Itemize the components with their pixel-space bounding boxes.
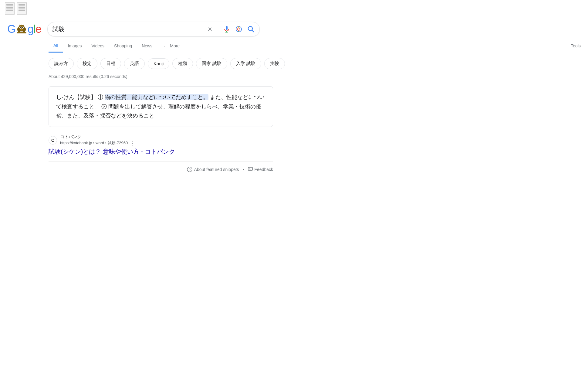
svg-text:?: ? (189, 168, 191, 172)
chip-eigo[interactable]: 英語 (124, 58, 145, 69)
svg-rect-10 (17, 32, 26, 33)
logo-letter-l: l (33, 23, 35, 36)
svg-rect-25 (249, 168, 250, 169)
result-source-info: コトバンク https://kotobank.jp › word › 試験-72… (60, 134, 135, 146)
result-more-button[interactable]: ⋮ (130, 140, 135, 146)
tab-all[interactable]: All (49, 39, 63, 53)
voice-search-button[interactable] (223, 26, 230, 33)
about-snippets-button[interactable]: ? About featured snippets (187, 167, 239, 172)
svg-point-4 (22, 27, 23, 28)
snippet-footer: ? About featured snippets • Feedback (49, 162, 273, 172)
svg-rect-11 (20, 32, 23, 32)
lens-button[interactable] (235, 26, 242, 33)
search-bar[interactable]: 試験 (47, 22, 260, 36)
result-source-row: C コトバンク https://kotobank.jp › word › 試験-… (49, 134, 273, 146)
google-logo[interactable]: G (7, 23, 41, 36)
svg-point-17 (238, 28, 240, 30)
search-icons (207, 26, 255, 33)
feedback-label: Feedback (255, 167, 273, 172)
chip-kanji[interactable]: Kanji (148, 58, 169, 69)
feedback-icon (248, 167, 253, 172)
logo-letter-g2: g (28, 23, 33, 36)
logo-letter-e: e (35, 23, 41, 36)
tab-more[interactable]: ⋮ More (157, 39, 184, 53)
clear-button[interactable] (207, 26, 213, 32)
featured-snippet: し‐けん【試験】 ① 物の性質、能力などについてためすこと。 また、性能などにつ… (49, 86, 273, 127)
tab-images[interactable]: Images (63, 40, 87, 52)
snippet-text-before: し‐けん【試験】 ① (56, 94, 105, 100)
result-entry: C コトバンク https://kotobank.jp › word › 試験-… (49, 134, 273, 155)
result-url-row: https://kotobank.jp › word › 試験-72960 ⋮ (60, 140, 135, 146)
logo-letter-g: G (7, 23, 15, 36)
svg-rect-26 (249, 169, 251, 169)
search-submit-button[interactable] (247, 26, 255, 33)
footer-dot: • (243, 167, 244, 172)
search-input[interactable]: 試験 (52, 25, 203, 33)
question-circle-icon: ? (187, 167, 192, 172)
chip-yomikata[interactable]: 読み方 (49, 58, 74, 69)
about-snippets-label: About featured snippets (194, 167, 239, 172)
svg-point-3 (20, 27, 21, 28)
tab-news[interactable]: News (137, 40, 157, 52)
tab-videos[interactable]: Videos (86, 40, 109, 52)
search-divider (218, 26, 218, 33)
results-count: About 429,000,000 results (0.26 seconds) (49, 74, 539, 79)
decorative-doc-2 (17, 2, 27, 15)
result-url: https://kotobank.jp › word › 試験-72960 (60, 140, 128, 146)
logo-decoration (16, 24, 27, 35)
chip-kentei[interactable]: 検定 (77, 58, 97, 69)
feedback-button[interactable]: Feedback (248, 167, 273, 172)
svg-line-21 (252, 30, 254, 32)
chip-kokka[interactable]: 国家 試験 (196, 58, 227, 69)
snippet-highlighted-text: 物の性質、能力などについてためすこと。 (105, 94, 208, 100)
chip-nyugaku[interactable]: 入学 試験 (230, 58, 261, 69)
result-site-name: コトバンク (60, 134, 135, 140)
header: G (0, 17, 588, 36)
decorative-doc-1 (5, 2, 15, 15)
chip-jikken[interactable]: 実験 (264, 58, 285, 69)
tab-shopping[interactable]: Shopping (109, 40, 137, 52)
chip-nittei[interactable]: 日程 (100, 58, 121, 69)
search-nav: All Images Videos Shopping News ⋮ More T… (0, 39, 588, 53)
tab-tools[interactable]: Tools (566, 40, 588, 52)
result-title[interactable]: 試験(シケン)とは？ 意味や使い方 - コトバンク (49, 148, 175, 155)
more-dots-icon: ⋮ (162, 43, 168, 49)
result-favicon: C (49, 136, 57, 145)
results-area: About 429,000,000 results (0.26 seconds)… (0, 74, 588, 172)
chip-shurui[interactable]: 種類 (172, 58, 193, 69)
refinement-chips: 読み方 検定 日程 英語 Kanji 種類 国家 試験 入学 試験 実験 (0, 53, 588, 74)
